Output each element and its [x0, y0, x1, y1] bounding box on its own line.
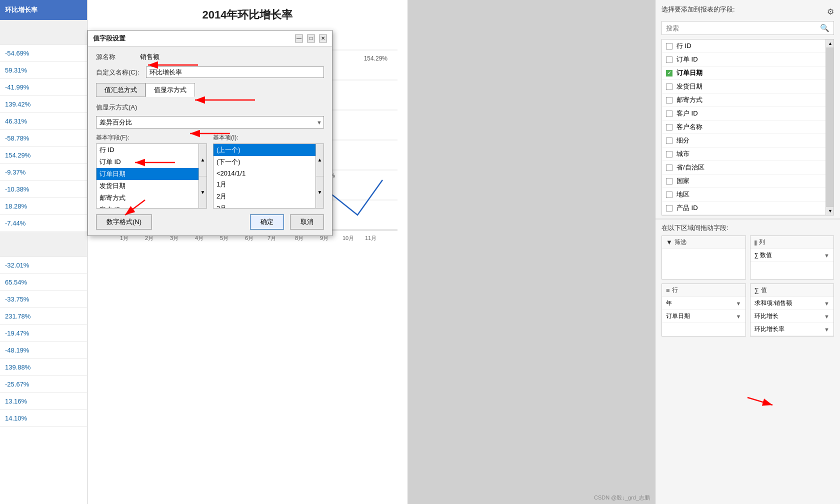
columns-item-arrow[interactable]: ▼: [824, 252, 830, 258]
base-item-item[interactable]: 3月: [214, 202, 316, 208]
custom-name-input[interactable]: [146, 66, 324, 78]
right-field-item[interactable]: 客户名称: [662, 120, 826, 134]
right-field-item[interactable]: 行 ID: [662, 40, 826, 53]
base-field-item[interactable]: 订单日期: [96, 168, 198, 180]
left-panel-row: 59.31%: [0, 62, 87, 79]
field-checkbox[interactable]: [666, 43, 672, 50]
field-checkbox[interactable]: [666, 205, 672, 212]
field-scroll-down[interactable]: ▼: [826, 207, 834, 215]
item-list-scroll-down[interactable]: ▼: [316, 176, 324, 208]
left-panel-row: -58.78%: [0, 130, 87, 147]
left-panel-row: 139.42%: [0, 96, 87, 113]
field-name: 订单 ID: [676, 55, 698, 64]
right-field-item[interactable]: 产品 ID: [662, 202, 826, 215]
search-input[interactable]: [662, 22, 816, 34]
settings-icon[interactable]: ⚙: [827, 7, 834, 16]
left-panel-row: 46.31%: [0, 113, 87, 130]
right-panel-top: 选择要添加到报表的字段: ⚙ 🔍 行 ID订单 ID✓订单日期发货日期邮寄方式客…: [656, 0, 840, 219]
base-field-item[interactable]: 订单 ID: [96, 156, 198, 168]
field-checkbox[interactable]: [666, 138, 672, 144]
number-format-button[interactable]: 数字格式(N): [96, 214, 152, 230]
rows-item-orderdate-arrow[interactable]: ▼: [736, 314, 742, 320]
field-list-scroll-down[interactable]: ▼: [199, 176, 206, 208]
base-item-item[interactable]: (下一个): [214, 156, 316, 168]
right-field-item[interactable]: 细分: [662, 134, 826, 148]
field-name: 产品 ID: [676, 204, 698, 212]
base-item-item[interactable]: (上一个): [214, 144, 316, 156]
display-select[interactable]: 差异百分比 无计算 总计的百分比: [96, 116, 324, 128]
drag-areas-grid: ▼ 筛选 ||| 列 ∑ 数值 ▼ ≡ 行: [662, 236, 834, 336]
base-field-item[interactable]: 邮寄方式: [96, 192, 198, 204]
drag-area-title: 在以下区域间拖动字段:: [662, 224, 834, 232]
right-field-item[interactable]: 省/自治区: [662, 161, 826, 174]
maximize-button[interactable]: □: [307, 34, 315, 42]
chart-title: 2014年环比增长率: [88, 0, 408, 22]
base-field-item[interactable]: 客户 ID: [96, 204, 198, 208]
columns-area: ||| 列 ∑ 数值 ▼: [750, 236, 834, 280]
values-item-growth: 环比增长 ▼: [750, 310, 834, 323]
dialog-title: 值字段设置: [93, 34, 126, 43]
base-field-item[interactable]: 行 ID: [96, 144, 198, 156]
tab-summary[interactable]: 值汇总方式: [96, 83, 146, 97]
right-field-item[interactable]: 发货日期: [662, 80, 826, 94]
values-item-growth-arrow[interactable]: ▼: [824, 314, 830, 320]
base-item-col: 基本项(I): (上一个)(下一个)<2014/1/11月2月3月 ▲ ▼: [213, 134, 324, 208]
base-field-item[interactable]: 发货日期: [96, 180, 198, 192]
watermark: CSDN @殷↓_grd_志鹏: [594, 494, 650, 502]
source-name: 销售额: [140, 52, 160, 62]
item-list-scroll-up[interactable]: ▲: [316, 144, 324, 176]
field-checkbox[interactable]: [666, 124, 672, 130]
rows-item-year-arrow[interactable]: ▼: [736, 300, 742, 306]
field-scroll-up[interactable]: ▲: [826, 40, 834, 48]
field-name: 客户 ID: [676, 109, 698, 118]
rows-icon: ≡: [666, 286, 670, 294]
base-item-item[interactable]: <2014/1/1: [214, 168, 316, 178]
field-checkbox[interactable]: [666, 178, 672, 184]
values-area: ∑ 值 求和项:销售额 ▼ 环比增长 ▼ 环比增长率 ▼: [750, 284, 834, 336]
field-checkbox[interactable]: [666, 97, 672, 104]
minimize-button[interactable]: —: [295, 34, 303, 42]
field-checkbox[interactable]: [666, 84, 672, 90]
field-checkbox[interactable]: [666, 192, 672, 198]
field-name: 城市: [676, 150, 690, 158]
field-name: 客户名称: [676, 122, 702, 132]
base-field-list[interactable]: 行 ID订单 ID订单日期发货日期邮寄方式客户 ID: [96, 144, 199, 208]
left-panel-row: -9.37%: [0, 164, 87, 181]
left-panel-row: 139.88%: [0, 359, 87, 376]
right-field-item[interactable]: 邮寄方式: [662, 94, 826, 107]
values-item-growthrate-arrow[interactable]: ▼: [824, 326, 830, 332]
field-name: 细分: [676, 136, 690, 145]
field-checkbox[interactable]: [666, 164, 672, 171]
left-panel-row: 154.29%: [0, 147, 87, 164]
field-name: 国家: [676, 176, 690, 186]
right-field-item[interactable]: 国家: [662, 174, 826, 188]
field-checkbox[interactable]: [666, 110, 672, 117]
close-button[interactable]: ✕: [319, 34, 327, 42]
confirm-button[interactable]: 确定: [250, 214, 284, 230]
left-panel-row: [0, 232, 87, 257]
right-field-item[interactable]: 地区: [662, 188, 826, 202]
filter-label: 筛选: [674, 238, 686, 246]
values-item-sales-arrow[interactable]: ▼: [824, 300, 830, 306]
svg-text:10月: 10月: [342, 235, 354, 241]
right-field-item[interactable]: ✓订单日期: [662, 66, 826, 80]
field-name: 邮寄方式: [676, 96, 702, 104]
field-list-scroll-up[interactable]: ▲: [199, 144, 206, 176]
cancel-button[interactable]: 取消: [290, 214, 324, 230]
values-item-growth-label: 环比增长: [754, 312, 778, 320]
tab-display[interactable]: 值显示方式: [146, 83, 195, 97]
field-checkbox[interactable]: [666, 56, 672, 63]
dialog-lists-row: 基本字段(F): 行 ID订单 ID订单日期发货日期邮寄方式客户 ID ▲ ▼ …: [96, 134, 324, 208]
base-item-item[interactable]: 1月: [214, 178, 316, 190]
base-item-list[interactable]: (上一个)(下一个)<2014/1/11月2月3月: [213, 144, 316, 208]
field-checkbox[interactable]: ✓: [666, 70, 672, 76]
display-select-wrapper: 差异百分比 无计算 总计的百分比 ▼: [96, 116, 324, 128]
base-item-item[interactable]: 2月: [214, 190, 316, 202]
left-panel-row: -10.38%: [0, 181, 87, 198]
field-checkbox[interactable]: [666, 151, 672, 158]
rows-item-year: 年 ▼: [662, 297, 746, 310]
right-field-item[interactable]: 客户 ID: [662, 107, 826, 120]
right-field-item[interactable]: 订单 ID: [662, 53, 826, 66]
right-field-item[interactable]: 城市: [662, 148, 826, 161]
left-panel-row: -41.99%: [0, 79, 87, 96]
